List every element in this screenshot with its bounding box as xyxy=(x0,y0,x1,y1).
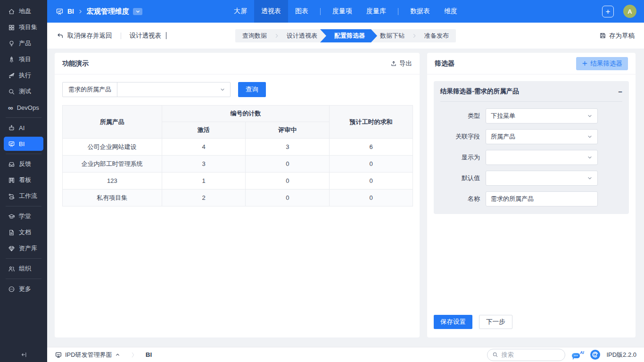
chevron-up-icon[interactable] xyxy=(115,352,120,357)
pivot-title-editable[interactable]: 设计透视表 xyxy=(130,32,162,40)
add-button[interactable]: + xyxy=(602,6,614,17)
chevron-down-icon xyxy=(587,134,593,140)
sidebar-collapse-button[interactable] xyxy=(0,351,47,358)
collapse-minus-icon[interactable]: − xyxy=(618,88,622,95)
step-query-data[interactable]: 查询数据 xyxy=(235,29,274,42)
sidebar-item-execution[interactable]: 执行 xyxy=(4,68,43,82)
sidebar-item-devops[interactable]: ∞ DevOps xyxy=(4,100,43,115)
sidebar-item-school[interactable]: 学堂 xyxy=(4,209,43,223)
sidebar-item-label: 更多 xyxy=(19,285,31,293)
sidebar-item-project[interactable]: 项目 xyxy=(4,52,43,66)
magnifier-icon xyxy=(8,88,15,95)
type-select[interactable]: 下拉菜单 xyxy=(486,108,598,123)
ellipsis-icon xyxy=(8,286,15,293)
pivot-table: 所属产品 编号的计数 预计工时的求和 激活 评审中 公司企业网站建设 4 3 6… xyxy=(62,105,413,206)
sidebar-item-program[interactable]: 项目集 xyxy=(4,20,43,34)
menu-item-measure-lib[interactable]: 度量库 xyxy=(359,0,393,23)
sidebar-item-feedback[interactable]: 反馈 xyxy=(4,157,43,171)
back-arrow-icon xyxy=(57,32,64,39)
name-input[interactable] xyxy=(486,191,598,206)
bottombar-crumb[interactable]: BI xyxy=(146,351,152,358)
sidebar: 地盘 项目集 产品 项目 执行 测试 ∞ DevOps AI BI 反馈 看板 xyxy=(0,0,47,362)
step-data-drill[interactable]: 数据下钻 xyxy=(373,29,412,42)
topbar: BI 宏观管理维度 大屏 透视表 图表 度量项 度量库 数据表 维度 + A xyxy=(47,0,644,23)
chevron-down-icon xyxy=(587,155,593,160)
search-box[interactable] xyxy=(487,349,565,361)
sidebar-item-label: 执行 xyxy=(19,71,31,80)
export-button[interactable]: 导出 xyxy=(390,59,412,68)
sidebar-item-bi[interactable]: BI xyxy=(4,137,43,151)
topbar-app-name[interactable]: BI xyxy=(67,8,74,15)
chart-board-icon xyxy=(8,140,15,148)
form-row-name: 名称 xyxy=(440,191,622,206)
menu-item-dashboard[interactable]: 大屏 xyxy=(227,0,254,23)
sidebar-item-kanban[interactable]: 看板 xyxy=(4,173,43,187)
linked-field-select[interactable]: 所属产品 xyxy=(486,129,598,144)
cell-active: 3 xyxy=(162,156,246,173)
plus-icon xyxy=(582,60,588,66)
toolbar: 取消保存并返回 设计透视表 查询数据 设计透视表 配置筛选器 数据下钻 准备发布… xyxy=(47,23,644,49)
breadcrumb-separator-icon xyxy=(130,352,136,358)
topbar-menu: 大屏 透视表 图表 度量项 度量库 数据表 维度 xyxy=(227,0,464,23)
step-configure-filter[interactable]: 配置筛选器 xyxy=(320,29,377,42)
product-filter-select[interactable] xyxy=(117,82,230,97)
cancel-return-button[interactable]: 取消保存并返回 xyxy=(67,32,112,40)
space-dropdown-toggle[interactable] xyxy=(133,8,142,15)
card-divider xyxy=(440,101,622,102)
cell-product: 企业内部工时管理系统 xyxy=(63,156,162,173)
menu-item-data-table[interactable]: 数据表 xyxy=(403,0,437,23)
sidebar-item-label: 地盘 xyxy=(19,7,31,16)
default-value-select[interactable] xyxy=(486,171,598,186)
next-step-button[interactable]: 下一步 xyxy=(479,315,512,329)
add-result-filter-button[interactable]: 结果筛选器 xyxy=(576,57,628,70)
topbar-space-title[interactable]: 宏观管理维度 xyxy=(87,7,129,16)
diamond-icon xyxy=(8,245,15,252)
filter-panel-header: 筛选器 结果筛选器 xyxy=(427,53,636,74)
sidebar-item-label: AI xyxy=(19,124,25,132)
step-design-pivot[interactable]: 设计透视表 xyxy=(280,29,324,42)
robot-icon xyxy=(8,124,15,132)
cell-product: 123 xyxy=(63,173,162,189)
menu-item-dimension[interactable]: 维度 xyxy=(437,0,464,23)
sidebar-item-label: 看板 xyxy=(19,176,31,184)
table-row: 公司企业网站建设 4 3 6 xyxy=(63,139,413,156)
query-button[interactable]: 查询 xyxy=(238,82,266,97)
bottombar-right: AI IPD版2.2.0 xyxy=(487,349,644,361)
filter-panel: 筛选器 结果筛选器 结果筛选器-需求的所属产品 − 类型 下拉菜单 关联字段 所… xyxy=(427,53,636,337)
ai-chat-icon[interactable]: AI xyxy=(571,350,584,360)
kanban-icon xyxy=(8,177,15,184)
sidebar-item-workflow[interactable]: 工作流 xyxy=(4,189,43,203)
sidebar-item-organization[interactable]: 组织 xyxy=(4,262,43,276)
menu-divider xyxy=(320,8,321,15)
save-settings-button[interactable]: 保存设置 xyxy=(434,315,472,329)
sidebar-item-docs[interactable]: 文档 xyxy=(4,225,43,239)
sidebar-item-product[interactable]: 产品 xyxy=(4,36,43,50)
sidebar-item-label: 项目集 xyxy=(19,23,37,32)
sidebar-item-label: 反馈 xyxy=(19,160,31,168)
search-input[interactable] xyxy=(501,351,560,358)
save-draft-button[interactable]: 存为草稿 xyxy=(599,32,644,40)
step-prepare-publish[interactable]: 准备发布 xyxy=(417,29,456,42)
display-as-select[interactable] xyxy=(486,150,598,165)
inbox-icon xyxy=(8,161,15,168)
sidebar-item-label: BI xyxy=(19,140,25,148)
default-value-label: 默认值 xyxy=(440,174,486,182)
bottombar-left: IPD研发管理界面 BI xyxy=(47,351,152,359)
sidebar-item-home[interactable]: 地盘 xyxy=(4,4,43,18)
sidebar-item-label: 项目 xyxy=(19,55,31,64)
pivot-preview-panel: 功能演示 导出 需求的所属产品 查询 所属产品 编号的计数 预计工时的求和 xyxy=(55,53,420,337)
sidebar-item-assets[interactable]: 资产库 xyxy=(4,241,43,255)
avatar[interactable]: A xyxy=(623,5,636,18)
sidebar-item-more[interactable]: 更多 xyxy=(4,282,43,296)
menu-item-chart[interactable]: 图表 xyxy=(288,0,315,23)
workspace-switcher[interactable]: IPD研发管理界面 xyxy=(65,351,112,359)
cell-review: 0 xyxy=(246,173,330,189)
form-row-type: 类型 下拉菜单 xyxy=(440,108,622,123)
cell-sum: 0 xyxy=(330,189,413,206)
menu-item-pivot-table[interactable]: 透视表 xyxy=(254,0,288,23)
version-label: IPD版2.2.0 xyxy=(606,351,636,359)
chevron-down-icon xyxy=(587,113,593,119)
sidebar-item-ai[interactable]: AI xyxy=(4,121,43,135)
menu-item-measure[interactable]: 度量项 xyxy=(325,0,359,23)
sidebar-item-test[interactable]: 测试 xyxy=(4,84,43,99)
